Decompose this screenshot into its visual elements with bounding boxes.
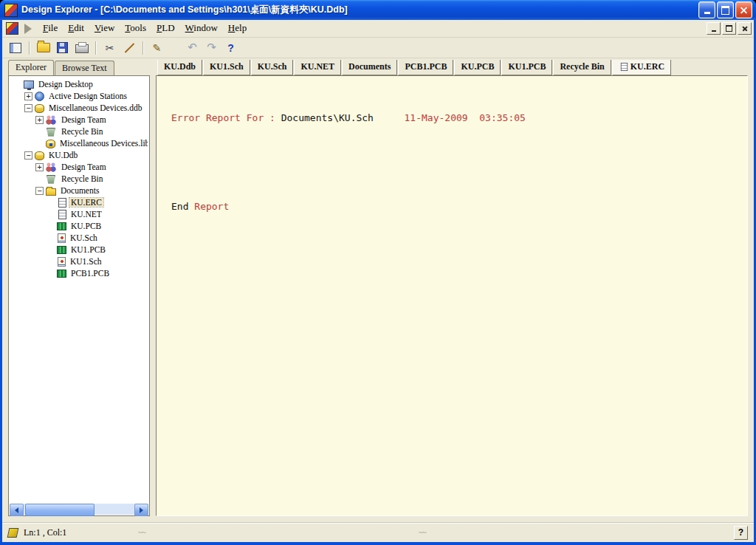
menu-tools[interactable]: Tools xyxy=(120,21,151,36)
menu-view[interactable]: View xyxy=(89,21,120,36)
tree-item-label: KU1.Sch xyxy=(69,257,103,266)
tree-item-documents[interactable]: −Documents xyxy=(10,185,148,196)
scrollbar-thumb[interactable] xyxy=(25,504,94,516)
document-tab-ku-net[interactable]: KU.NET xyxy=(294,60,341,75)
team-icon xyxy=(46,114,57,125)
recycle-icon xyxy=(47,175,55,184)
collapse-icon[interactable]: − xyxy=(24,104,32,112)
text-editor[interactable]: Error Report For : Documents\KU.Sch11-Ma… xyxy=(156,75,748,516)
tree-item-design-team[interactable]: +Design Team xyxy=(10,161,148,173)
print-button[interactable] xyxy=(72,39,91,56)
splitter-grip[interactable]: ~~ xyxy=(419,527,426,536)
menu-bar: FileEditViewToolsPLDWindowHelp xyxy=(2,20,754,38)
document-region: KU.DdbKU1.SchKU.SchKU.NETDocumentsPCB1.P… xyxy=(156,60,748,516)
maximize-icon xyxy=(721,6,729,15)
document-tab-pcb1-pcb[interactable]: PCB1.PCB xyxy=(398,60,453,75)
desktop-icon xyxy=(24,80,34,89)
pcb-icon xyxy=(57,222,66,230)
document-tab-ku-ddb[interactable]: KU.Ddb xyxy=(157,60,202,75)
database-icon xyxy=(35,104,44,113)
mdi-close-icon xyxy=(742,26,747,31)
document-tab-ku1-sch[interactable]: KU1.Sch xyxy=(203,60,250,75)
maximize-button[interactable] xyxy=(717,1,734,18)
save-button[interactable] xyxy=(53,39,72,56)
explorer-panel-tabs: ExplorerBrowse Text xyxy=(8,60,150,75)
tree-item-ku-ddb[interactable]: −KU.Ddb xyxy=(10,149,148,161)
tree-item-ku1-pcb[interactable]: KU1.PCB xyxy=(10,244,148,256)
cut-button[interactable]: ✂ xyxy=(100,39,119,56)
title-bar[interactable]: Design Explorer - [C:\Documents and Sett… xyxy=(0,0,756,20)
editor-end-word: End xyxy=(171,201,194,212)
panel-tab-explorer[interactable]: Explorer xyxy=(8,60,54,75)
menu-pld[interactable]: PLD xyxy=(151,21,180,36)
library-icon xyxy=(46,140,55,148)
document-tab-label: KU.ERC xyxy=(630,61,664,72)
horizontal-scrollbar[interactable] xyxy=(10,504,148,515)
tree-item-design-team[interactable]: +Design Team xyxy=(10,114,148,126)
explorer-toggle-button[interactable] xyxy=(6,39,24,56)
stations-icon xyxy=(35,92,44,101)
tree-item-label: KU.PCB xyxy=(69,222,103,230)
document-tab-ku-sch[interactable]: KU.Sch xyxy=(251,60,294,75)
tree-item-pcb1-pcb[interactable]: PCB1.PCB xyxy=(10,267,148,279)
help-button[interactable]: ? xyxy=(221,39,240,56)
menu-window[interactable]: Window xyxy=(180,21,223,36)
cut-icon: ✂ xyxy=(106,43,114,53)
menu-file[interactable]: File xyxy=(38,21,63,36)
document-window-icon[interactable] xyxy=(6,22,18,35)
app-body: FileEditViewToolsPLDWindowHelp ✂✎↶↷? Exp… xyxy=(2,20,754,542)
mdi-restore-button[interactable] xyxy=(722,22,736,35)
tree-item-miscellaneous-devices-ddb[interactable]: −Miscellaneous Devices.ddb xyxy=(10,102,148,114)
splitter-grip[interactable]: ~~ xyxy=(138,527,145,536)
scroll-left-button[interactable] xyxy=(10,504,24,516)
open-folder-button[interactable] xyxy=(34,39,52,56)
tree-item-ku-erc[interactable]: KU.ERC xyxy=(10,196,148,208)
tree-item-active-design-stations[interactable]: +Active Design Stations xyxy=(10,90,148,102)
document-tab-ku-pcb[interactable]: KU.PCB xyxy=(454,60,501,75)
cursor-position: Ln:1 , Col:1 xyxy=(24,527,66,538)
mdi-close-button[interactable] xyxy=(738,22,752,35)
mdi-minimize-button[interactable] xyxy=(707,22,721,35)
window-title: Design Explorer - [C:\Documents and Sett… xyxy=(21,4,697,16)
tree-item-ku-pcb[interactable]: KU.PCB xyxy=(10,220,148,232)
sch-icon xyxy=(58,233,66,243)
scrollbar-track[interactable] xyxy=(24,504,134,515)
expand-icon[interactable]: + xyxy=(35,163,44,171)
collapse-icon[interactable]: − xyxy=(24,151,32,160)
redo-button[interactable]: ↷ xyxy=(202,39,221,56)
document-tab-ku-erc[interactable]: KU.ERC xyxy=(612,60,671,75)
panel-tab-browse-text[interactable]: Browse Text xyxy=(55,61,114,75)
editor-keyword: Error Report For xyxy=(171,112,264,123)
tree-item-ku-net[interactable]: KU.NET xyxy=(10,208,148,220)
minimize-button[interactable] xyxy=(698,1,715,18)
scroll-right-button[interactable] xyxy=(134,504,148,516)
document-tab-recycle-bin[interactable]: Recycle Bin xyxy=(553,60,611,75)
scroll-left-icon xyxy=(15,507,18,513)
expand-icon[interactable]: + xyxy=(24,92,32,100)
close-button[interactable] xyxy=(735,1,752,18)
collapse-icon[interactable]: − xyxy=(35,187,44,195)
tree-item-recycle-bin[interactable]: Recycle Bin xyxy=(10,126,148,137)
document-tab-ku1-pcb[interactable]: KU1.PCB xyxy=(501,60,552,75)
wire-icon xyxy=(123,42,134,53)
tree-item-recycle-bin[interactable]: Recycle Bin xyxy=(10,173,148,185)
explorer-toggle-icon xyxy=(10,43,21,53)
tree-item-miscellaneous-devices-lib[interactable]: Miscellaneous Devices.lib xyxy=(10,137,148,149)
help-button[interactable]: ? xyxy=(734,526,748,540)
tree-item-label: Design Desktop xyxy=(37,80,94,89)
expand-icon[interactable]: + xyxy=(35,116,44,124)
menu-help[interactable]: Help xyxy=(223,21,252,36)
tree-item-ku1-sch[interactable]: KU1.Sch xyxy=(10,256,148,267)
undo-button[interactable]: ↶ xyxy=(183,39,202,56)
tree-item-design-desktop[interactable]: Design Desktop xyxy=(10,78,148,90)
mdi-window-buttons xyxy=(705,22,752,35)
wire-button[interactable] xyxy=(120,39,138,56)
pencil-button[interactable]: ✎ xyxy=(148,39,166,56)
tree-item-ku-sch[interactable]: KU.Sch xyxy=(10,232,148,244)
main-area: ExplorerBrowse Text Design Desktop+Activ… xyxy=(2,58,754,522)
menu-edit[interactable]: Edit xyxy=(63,21,89,36)
editor-line-2: End Report xyxy=(171,199,741,214)
document-tab-documents[interactable]: Documents xyxy=(342,60,397,75)
help-icon: ? xyxy=(227,43,234,53)
doc-icon xyxy=(58,210,66,219)
